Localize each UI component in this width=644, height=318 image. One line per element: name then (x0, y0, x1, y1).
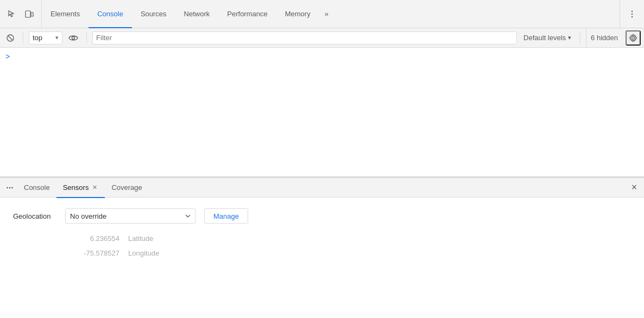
context-dropdown[interactable]: top ▾ (29, 31, 62, 44)
tab-elements[interactable]: Elements (42, 1, 89, 28)
longitude-value: -75.578527 (65, 249, 119, 257)
customize-devtools-button[interactable] (624, 7, 640, 22)
drawer-tabs-menu-button[interactable] (2, 180, 17, 195)
console-toolbar: top ▾ Default levels ▾ 6 hidden (0, 28, 644, 48)
tab-performance[interactable]: Performance (218, 1, 276, 28)
geolocation-dropdown-icon (185, 214, 191, 218)
manage-button[interactable]: Manage (204, 208, 248, 224)
tab-console[interactable]: Console (89, 1, 132, 28)
coord-rows: 6.236554 Latitude -75.578527 Longitude (65, 234, 631, 257)
geolocation-label: Geolocation (13, 212, 56, 220)
svg-point-10 (9, 187, 11, 188)
geolocation-row: Geolocation No override Manage (13, 208, 631, 224)
toggle-device-toolbar-button[interactable] (22, 7, 37, 22)
filter-area[interactable] (92, 31, 517, 44)
svg-point-2 (632, 10, 633, 11)
latitude-value: 6.236554 (65, 234, 119, 243)
svg-rect-0 (26, 11, 30, 17)
tab-memory[interactable]: Memory (276, 1, 319, 28)
nav-right-icons (620, 0, 644, 28)
prompt-arrow-icon: > (5, 52, 10, 61)
svg-point-4 (632, 16, 633, 17)
svg-point-11 (11, 187, 13, 188)
svg-point-9 (7, 187, 8, 188)
tab-network[interactable]: Network (175, 1, 219, 28)
clear-console-button[interactable] (3, 31, 17, 45)
more-tabs-button[interactable]: » (319, 0, 334, 28)
console-area: > (0, 48, 644, 177)
svg-point-8 (632, 36, 635, 39)
svg-line-6 (8, 36, 12, 40)
levels-dropdown[interactable]: Default levels ▾ (520, 31, 574, 44)
toolbar-divider-2 (86, 33, 87, 43)
bottom-drawer: Console Sensors ✕ Coverage × Geolocation… (0, 177, 644, 318)
eye-button[interactable] (66, 30, 81, 46)
drawer-tab-coverage[interactable]: Coverage (105, 179, 148, 198)
console-settings-button[interactable] (626, 30, 641, 46)
latitude-row: 6.236554 Latitude (65, 234, 631, 243)
select-element-button[interactable] (4, 7, 20, 22)
geolocation-select[interactable]: No override (65, 208, 195, 224)
close-drawer-button[interactable]: × (627, 180, 642, 195)
svg-point-7 (72, 36, 75, 39)
top-nav-bar: Elements Console Sources Network Perform… (0, 0, 644, 28)
console-prompt[interactable]: > (0, 48, 644, 65)
filter-input[interactable] (93, 31, 516, 44)
svg-point-3 (632, 13, 633, 14)
drawer-tab-sensors[interactable]: Sensors ✕ (56, 179, 105, 198)
svg-rect-1 (31, 12, 33, 16)
close-sensors-tab-button[interactable]: ✕ (91, 184, 98, 192)
drawer-tabs-bar: Console Sensors ✕ Coverage × (0, 178, 644, 198)
nav-tabs: Elements Console Sources Network Perform… (42, 0, 620, 28)
hidden-count: 6 hidden (586, 28, 622, 47)
toolbar-divider-3 (580, 33, 580, 43)
toolbar-divider (23, 33, 23, 43)
sensors-panel: Geolocation No override Manage 6.236554 … (0, 198, 644, 318)
longitude-row: -75.578527 Longitude (65, 249, 631, 257)
latitude-label: Latitude (128, 234, 153, 243)
top-nav-left-icons (0, 0, 42, 28)
drawer-tab-console[interactable]: Console (17, 179, 56, 198)
tab-sources[interactable]: Sources (132, 1, 175, 28)
longitude-label: Longitude (128, 249, 159, 257)
